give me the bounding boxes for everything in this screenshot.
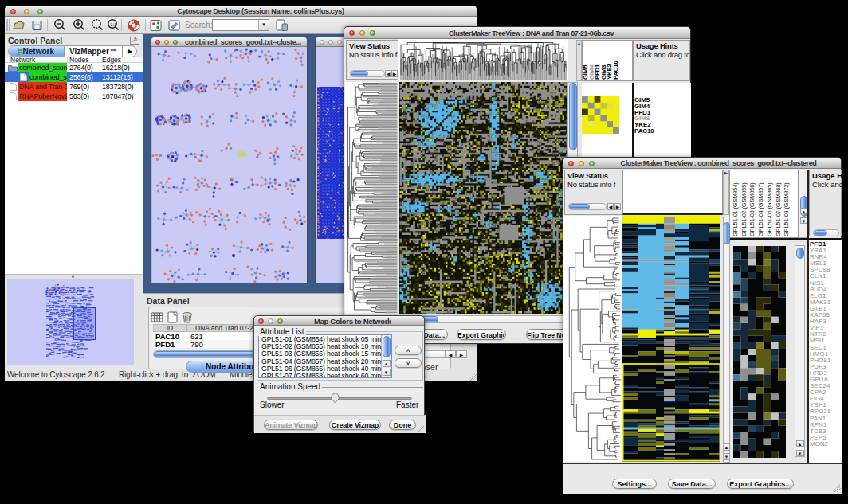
svg-text:1:1: 1:1 xyxy=(110,22,116,27)
